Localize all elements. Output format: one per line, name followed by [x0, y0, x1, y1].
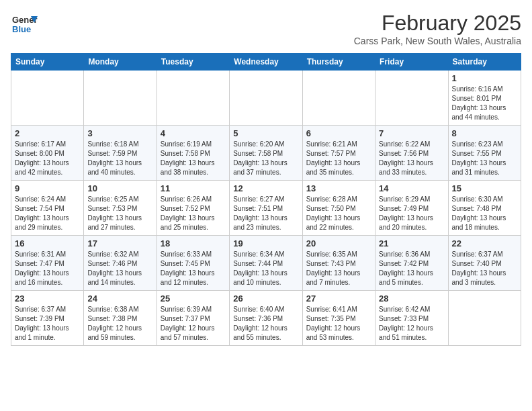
day-info: Sunrise: 6:36 AM Sunset: 7:42 PM Dayligh… [379, 250, 444, 287]
calendar-cell: 25Sunrise: 6:39 AM Sunset: 7:37 PM Dayli… [157, 291, 229, 346]
day-info: Sunrise: 6:20 AM Sunset: 7:58 PM Dayligh… [233, 140, 298, 177]
calendar-cell: 17Sunrise: 6:32 AM Sunset: 7:46 PM Dayli… [84, 236, 157, 291]
day-info: Sunrise: 6:33 AM Sunset: 7:45 PM Dayligh… [161, 250, 226, 287]
day-info: Sunrise: 6:18 AM Sunset: 7:59 PM Dayligh… [87, 140, 152, 177]
day-info: Sunrise: 6:24 AM Sunset: 7:54 PM Dayligh… [15, 195, 80, 232]
logo-icon: General Blue [11, 11, 38, 38]
day-info: Sunrise: 6:40 AM Sunset: 7:36 PM Dayligh… [233, 305, 298, 342]
day-number: 12 [233, 183, 298, 193]
day-info: Sunrise: 6:16 AM Sunset: 8:01 PM Dayligh… [452, 85, 517, 122]
day-info: Sunrise: 6:17 AM Sunset: 8:00 PM Dayligh… [15, 140, 80, 177]
calendar-cell: 24Sunrise: 6:38 AM Sunset: 7:38 PM Dayli… [84, 291, 157, 346]
day-info: Sunrise: 6:25 AM Sunset: 7:53 PM Dayligh… [87, 195, 152, 232]
day-number: 17 [87, 238, 152, 248]
day-info: Sunrise: 6:29 AM Sunset: 7:49 PM Dayligh… [379, 195, 444, 232]
weekday-header: Saturday [448, 54, 521, 71]
day-number: 27 [306, 293, 371, 304]
calendar-cell [375, 71, 448, 126]
calendar-cell: 1Sunrise: 6:16 AM Sunset: 8:01 PM Daylig… [448, 71, 521, 126]
weekday-header: Sunday [11, 54, 84, 71]
calendar-week-row: 9Sunrise: 6:24 AM Sunset: 7:54 PM Daylig… [11, 181, 521, 236]
day-info: Sunrise: 6:39 AM Sunset: 7:37 PM Dayligh… [161, 305, 226, 342]
weekday-header: Thursday [302, 54, 375, 71]
calendar-cell: 14Sunrise: 6:29 AM Sunset: 7:49 PM Dayli… [375, 181, 448, 236]
day-number: 13 [306, 183, 371, 193]
day-info: Sunrise: 6:32 AM Sunset: 7:46 PM Dayligh… [87, 250, 152, 287]
svg-text:Blue: Blue [12, 24, 31, 34]
day-info: Sunrise: 6:22 AM Sunset: 7:56 PM Dayligh… [379, 140, 444, 177]
day-number: 2 [15, 128, 80, 138]
day-info: Sunrise: 6:30 AM Sunset: 7:48 PM Dayligh… [452, 195, 517, 232]
calendar-cell: 18Sunrise: 6:33 AM Sunset: 7:45 PM Dayli… [157, 236, 229, 291]
calendar-cell: 27Sunrise: 6:41 AM Sunset: 7:35 PM Dayli… [302, 291, 375, 346]
title-block: February 2025 Carss Park, New South Wale… [354, 11, 521, 46]
calendar-cell [11, 71, 84, 126]
day-number: 9 [15, 183, 80, 193]
calendar-cell: 22Sunrise: 6:37 AM Sunset: 7:40 PM Dayli… [448, 236, 521, 291]
calendar-week-row: 2Sunrise: 6:17 AM Sunset: 8:00 PM Daylig… [11, 126, 521, 181]
day-info: Sunrise: 6:37 AM Sunset: 7:39 PM Dayligh… [15, 305, 80, 342]
calendar-cell: 11Sunrise: 6:26 AM Sunset: 7:52 PM Dayli… [157, 181, 229, 236]
day-number: 4 [161, 128, 226, 138]
calendar-cell: 21Sunrise: 6:36 AM Sunset: 7:42 PM Dayli… [375, 236, 448, 291]
calendar-table: SundayMondayTuesdayWednesdayThursdayFrid… [11, 53, 521, 346]
day-number: 6 [306, 128, 371, 138]
calendar-cell: 8Sunrise: 6:23 AM Sunset: 7:55 PM Daylig… [448, 126, 521, 181]
day-number: 15 [452, 183, 517, 193]
calendar-cell: 5Sunrise: 6:20 AM Sunset: 7:58 PM Daylig… [230, 126, 302, 181]
day-info: Sunrise: 6:23 AM Sunset: 7:55 PM Dayligh… [452, 140, 517, 177]
day-number: 26 [233, 293, 298, 304]
day-info: Sunrise: 6:34 AM Sunset: 7:44 PM Dayligh… [233, 250, 298, 287]
day-number: 23 [15, 293, 80, 304]
location: Carss Park, New South Wales, Australia [354, 36, 521, 46]
day-number: 3 [87, 128, 152, 138]
calendar-cell [230, 71, 302, 126]
day-number: 21 [379, 238, 444, 248]
calendar-header-row: SundayMondayTuesdayWednesdayThursdayFrid… [11, 54, 521, 71]
day-info: Sunrise: 6:41 AM Sunset: 7:35 PM Dayligh… [306, 305, 371, 342]
day-info: Sunrise: 6:28 AM Sunset: 7:50 PM Dayligh… [306, 195, 371, 232]
calendar-cell: 6Sunrise: 6:21 AM Sunset: 7:57 PM Daylig… [302, 126, 375, 181]
day-info: Sunrise: 6:35 AM Sunset: 7:43 PM Dayligh… [306, 250, 371, 287]
calendar-cell: 23Sunrise: 6:37 AM Sunset: 7:39 PM Dayli… [11, 291, 84, 346]
day-number: 7 [379, 128, 444, 138]
calendar-cell [84, 71, 157, 126]
day-info: Sunrise: 6:37 AM Sunset: 7:40 PM Dayligh… [452, 250, 517, 287]
day-info: Sunrise: 6:19 AM Sunset: 7:58 PM Dayligh… [161, 140, 226, 177]
month-title: February 2025 [354, 11, 521, 36]
calendar-cell [448, 291, 521, 346]
calendar-cell [157, 71, 229, 126]
page-header: General Blue February 2025 Carss Park, N… [11, 11, 521, 46]
day-info: Sunrise: 6:27 AM Sunset: 7:51 PM Dayligh… [233, 195, 298, 232]
calendar-week-row: 16Sunrise: 6:31 AM Sunset: 7:47 PM Dayli… [11, 236, 521, 291]
weekday-header: Wednesday [230, 54, 302, 71]
calendar-cell [302, 71, 375, 126]
calendar-cell: 4Sunrise: 6:19 AM Sunset: 7:58 PM Daylig… [157, 126, 229, 181]
calendar-cell: 2Sunrise: 6:17 AM Sunset: 8:00 PM Daylig… [11, 126, 84, 181]
calendar-cell: 9Sunrise: 6:24 AM Sunset: 7:54 PM Daylig… [11, 181, 84, 236]
day-number: 1 [452, 73, 517, 83]
day-info: Sunrise: 6:26 AM Sunset: 7:52 PM Dayligh… [161, 195, 226, 232]
day-number: 8 [452, 128, 517, 138]
day-number: 19 [233, 238, 298, 248]
day-number: 24 [87, 293, 152, 304]
calendar-week-row: 1Sunrise: 6:16 AM Sunset: 8:01 PM Daylig… [11, 71, 521, 126]
calendar-cell: 12Sunrise: 6:27 AM Sunset: 7:51 PM Dayli… [230, 181, 302, 236]
calendar-cell: 13Sunrise: 6:28 AM Sunset: 7:50 PM Dayli… [302, 181, 375, 236]
day-info: Sunrise: 6:21 AM Sunset: 7:57 PM Dayligh… [306, 140, 371, 177]
calendar-cell: 7Sunrise: 6:22 AM Sunset: 7:56 PM Daylig… [375, 126, 448, 181]
calendar-cell: 3Sunrise: 6:18 AM Sunset: 7:59 PM Daylig… [84, 126, 157, 181]
logo: General Blue [11, 11, 38, 40]
day-number: 28 [379, 293, 444, 304]
weekday-header: Monday [84, 54, 157, 71]
calendar-cell: 16Sunrise: 6:31 AM Sunset: 7:47 PM Dayli… [11, 236, 84, 291]
calendar-week-row: 23Sunrise: 6:37 AM Sunset: 7:39 PM Dayli… [11, 291, 521, 346]
day-info: Sunrise: 6:42 AM Sunset: 7:33 PM Dayligh… [379, 305, 444, 342]
calendar-cell: 26Sunrise: 6:40 AM Sunset: 7:36 PM Dayli… [230, 291, 302, 346]
weekday-header: Friday [375, 54, 448, 71]
calendar-cell: 10Sunrise: 6:25 AM Sunset: 7:53 PM Dayli… [84, 181, 157, 236]
day-number: 11 [161, 183, 226, 193]
weekday-header: Tuesday [157, 54, 229, 71]
calendar-cell: 15Sunrise: 6:30 AM Sunset: 7:48 PM Dayli… [448, 181, 521, 236]
day-number: 20 [306, 238, 371, 248]
